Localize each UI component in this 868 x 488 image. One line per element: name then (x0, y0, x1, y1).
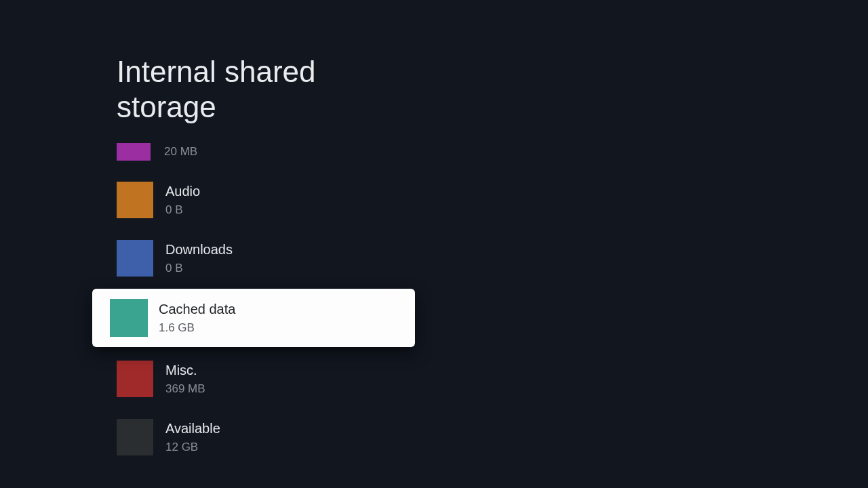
storage-category-list: 20 MB Audio 0 B Downloads 0 B Cached dat… (0, 133, 515, 466)
storage-item-label: Available (165, 420, 220, 436)
storage-item-downloads[interactable]: Downloads 0 B (0, 229, 515, 287)
storage-item-audio[interactable]: Audio 0 B (0, 171, 515, 229)
storage-settings-page: Internal shared storage 20 MB Audio 0 B … (0, 0, 868, 488)
storage-item-cached-data[interactable]: Cached data 1.6 GB (92, 289, 415, 347)
storage-item-text: Available 12 GB (165, 420, 220, 454)
storage-item-label: Misc. (165, 362, 205, 378)
color-swatch-icon (117, 143, 151, 161)
storage-item-label: Cached data (159, 301, 235, 317)
storage-item-size: 12 GB (165, 441, 220, 454)
storage-item-size: 20 MB (164, 145, 197, 159)
storage-item-misc[interactable]: Misc. 369 MB (0, 350, 515, 408)
storage-item-label: Audio (165, 183, 200, 199)
storage-item-size: 369 MB (165, 382, 205, 396)
color-swatch-icon (117, 182, 153, 218)
color-swatch-icon (117, 240, 153, 277)
storage-item-text: Downloads 0 B (165, 241, 233, 275)
storage-item-size: 1.6 GB (159, 321, 235, 335)
storage-item-text: Cached data 1.6 GB (159, 301, 235, 335)
color-swatch-icon (110, 299, 148, 337)
storage-item-size: 0 B (165, 262, 233, 275)
storage-item-text: Misc. 369 MB (165, 362, 205, 396)
storage-item-text: Audio 0 B (165, 183, 200, 217)
storage-item-available[interactable]: Available 12 GB (0, 408, 515, 466)
page-title: Internal shared storage (117, 54, 401, 125)
storage-item-size: 0 B (165, 203, 200, 217)
storage-item-label: Downloads (165, 241, 233, 258)
color-swatch-icon (117, 419, 153, 455)
color-swatch-icon (117, 361, 153, 397)
storage-item[interactable]: 20 MB (0, 133, 515, 171)
